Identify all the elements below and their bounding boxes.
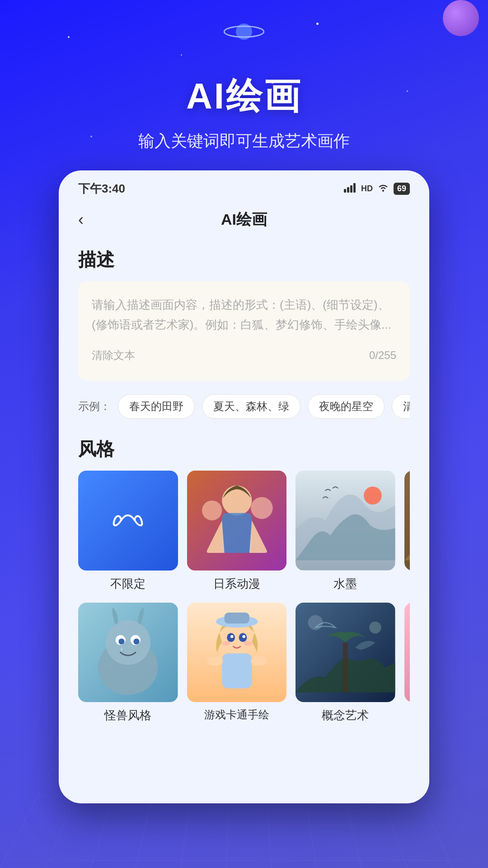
status-bar: 下午3:40 HD 69 (60, 172, 428, 201)
svg-rect-26 (224, 613, 249, 623)
style-label-manga: 日系动漫 (213, 576, 260, 592)
svg-point-6 (382, 190, 384, 192)
svg-point-31 (222, 641, 230, 646)
svg-point-10 (202, 500, 222, 520)
svg-rect-40 (404, 603, 410, 703)
page-subtitle: 输入关键词即可生成艺术画作 (0, 130, 488, 152)
style-item-partial2[interactable] (404, 603, 410, 724)
style-thumb-monster (78, 603, 178, 703)
svg-point-11 (251, 497, 273, 519)
svg-point-38 (308, 615, 323, 630)
style-label-unlimited: 不限定 (110, 576, 145, 592)
svg-rect-3 (347, 187, 349, 193)
textarea-footer: 清除文本 0/255 (92, 348, 396, 363)
svg-point-32 (244, 641, 252, 646)
app-header-title: AI绘画 (221, 209, 267, 230)
status-time: 下午3:40 (78, 181, 125, 197)
svg-rect-5 (353, 183, 356, 193)
hd-icon: HD (361, 184, 373, 193)
status-icons: HD 69 (344, 183, 410, 195)
style-item-game[interactable]: 游戏卡通手绘 (187, 603, 287, 724)
style-item-partial1[interactable] (404, 471, 410, 592)
wifi-icon (377, 183, 389, 195)
svg-rect-9 (222, 513, 252, 553)
style-section-title: 风格 (78, 437, 410, 462)
example-tag-2[interactable]: 夜晚的星空 (308, 394, 385, 419)
svg-rect-35 (251, 656, 267, 665)
style-thumb-concept (296, 603, 395, 703)
style-label-concept: 概念艺术 (322, 708, 369, 723)
style-item-manga[interactable]: 日系动漫 (187, 471, 287, 592)
style-thumb-unlimited (78, 471, 178, 571)
describe-textarea[interactable]: 请输入描述画面内容，描述的形式：(主语)、(细节设定)、(修饰语或者艺术家)。例… (78, 281, 410, 381)
examples-row: 示例： 春天的田野 夏天、森林、绿 夜晚的星空 清晨的芦苇丛 (78, 394, 410, 419)
style-thumb-partial2 (404, 603, 410, 703)
style-item-monster[interactable]: 怪兽风格 (78, 603, 178, 724)
char-count: 0/255 (369, 349, 396, 362)
back-button[interactable]: ‹ (78, 210, 84, 229)
style-item-ink[interactable]: 水墨 (296, 471, 395, 592)
svg-rect-34 (207, 656, 223, 665)
style-item-unlimited[interactable]: 不限定 (78, 471, 178, 592)
svg-rect-33 (222, 653, 252, 688)
svg-point-39 (369, 621, 381, 633)
example-tag-0[interactable]: 春天的田野 (118, 394, 195, 419)
style-thumb-manga (187, 471, 287, 571)
page-main-title: AI绘画 (0, 72, 488, 121)
style-item-concept[interactable]: 概念艺术 (296, 603, 395, 724)
app-header: ‹ AI绘画 (60, 201, 428, 238)
svg-point-18 (106, 620, 150, 665)
svg-point-21 (118, 638, 124, 644)
example-tag-1[interactable]: 夏天、森林、绿 (202, 394, 300, 419)
svg-point-29 (230, 635, 233, 638)
style-label-ink: 水墨 (333, 576, 357, 592)
svg-rect-4 (350, 185, 352, 193)
phone-mockup: 下午3:40 HD 69 (59, 170, 429, 803)
style-thumb-ink (296, 471, 395, 571)
style-thumb-partial1 (404, 471, 410, 571)
page-header: AI绘画 输入关键词即可生成艺术画作 (0, 0, 488, 170)
style-row-2: 怪兽风格 (78, 603, 410, 724)
describe-section-title: 描述 (78, 247, 410, 272)
clear-text-button[interactable]: 清除文本 (92, 348, 135, 363)
svg-point-13 (364, 486, 382, 505)
style-row-1: 不限定 (78, 471, 410, 592)
style-thumb-game (187, 603, 287, 703)
battery-indicator: 69 (394, 183, 410, 195)
svg-rect-2 (344, 189, 346, 193)
style-label-monster: 怪兽风格 (104, 708, 151, 723)
svg-point-22 (133, 638, 139, 644)
content-area: 描述 请输入描述画面内容，描述的形式：(主语)、(细节设定)、(修饰语或者艺术家… (60, 238, 428, 741)
textarea-placeholder: 请输入描述画面内容，描述的形式：(主语)、(细节设定)、(修饰语或者艺术家)。例… (92, 295, 396, 335)
examples-label: 示例： (78, 399, 111, 414)
signal-icon (344, 183, 357, 195)
svg-point-8 (222, 486, 252, 515)
svg-point-30 (242, 635, 245, 638)
style-label-game: 游戏卡通手绘 (204, 708, 269, 722)
svg-rect-37 (343, 642, 348, 692)
example-tag-3[interactable]: 清晨的芦苇丛 (392, 394, 410, 419)
